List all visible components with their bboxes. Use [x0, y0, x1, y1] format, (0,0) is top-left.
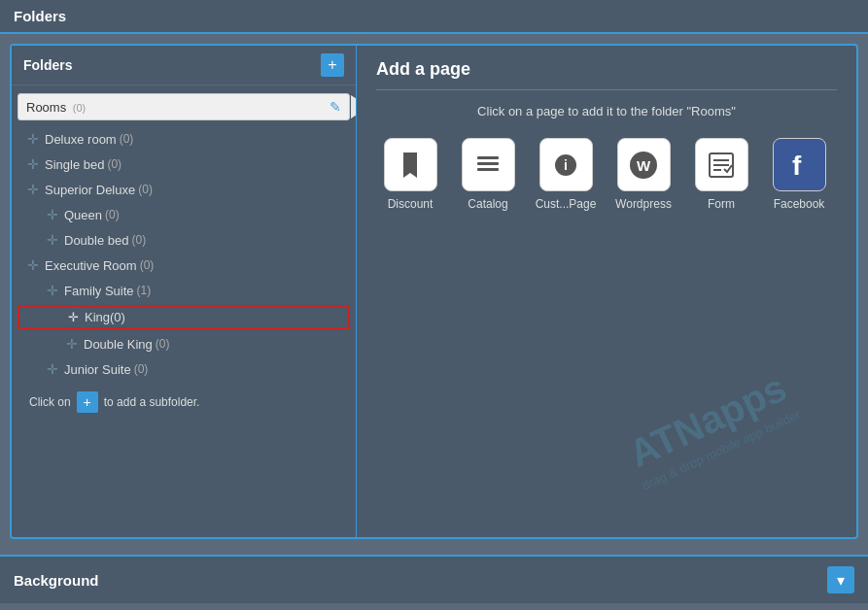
svg-text:W: W	[637, 157, 651, 174]
drag-icon-double-king: ✛	[66, 336, 78, 352]
watermark: ATNapps drag & drop mobile app builder	[620, 364, 803, 492]
drag-icon-king: ✛	[68, 310, 79, 324]
page-icons-row: Discount Catalog	[376, 138, 837, 211]
tree-item-double-bed[interactable]: ✛ Double bed (0)	[17, 227, 350, 253]
drag-icon-deluxe: ✛	[27, 131, 39, 147]
discount-icon-box	[384, 138, 437, 191]
add-subfolder-after: to add a subfolder.	[104, 395, 200, 409]
rooms-root-wrapper: Rooms (0) ✎	[17, 93, 350, 120]
page-icon-form[interactable]: Form	[687, 138, 755, 211]
tree-item-single-bed[interactable]: ✛ Single bed (0)	[17, 152, 350, 177]
drag-icon-double-bed: ✛	[47, 232, 58, 248]
page-click-hint: Click on a page to add it to the folder …	[376, 104, 837, 119]
facebook-icon: f	[784, 149, 814, 182]
facebook-icon-box: f	[773, 138, 826, 191]
rooms-folder-item[interactable]: Rooms (0) ✎	[17, 93, 350, 120]
drag-icon-superior: ✛	[27, 182, 39, 197]
svg-rect-2	[477, 168, 499, 171]
tree-item-superior-deluxe[interactable]: ✛ Superior Deluxe (0)	[17, 177, 350, 202]
form-icon	[707, 151, 736, 180]
page-icon-discount[interactable]: Discount	[376, 138, 444, 211]
form-label: Form	[708, 197, 735, 211]
drag-icon-executive: ✛	[27, 257, 39, 273]
tree-item-double-king[interactable]: ✛ Double King (0)	[17, 331, 350, 356]
custpage-icon: i	[551, 151, 580, 180]
rooms-edit-icon[interactable]: ✎	[330, 99, 341, 115]
watermark-line2: drag & drop mobile app builder	[641, 407, 803, 493]
page-icon-facebook[interactable]: f Facebook	[765, 138, 833, 211]
catalog-label: Catalog	[468, 197, 507, 211]
catalog-icon	[473, 151, 503, 180]
facebook-label: Facebook	[774, 197, 825, 211]
wordpress-icon: W	[627, 149, 660, 182]
bottom-section: Background ▾	[0, 555, 868, 603]
catalog-icon-box	[462, 138, 515, 191]
tree-item-junior-suite[interactable]: ✛ Junior Suite (0)	[17, 356, 350, 382]
page-icon-catalog[interactable]: Catalog	[454, 138, 522, 211]
drag-icon-queen: ✛	[47, 207, 58, 222]
wordpress-label: Wordpress	[615, 197, 672, 211]
wordpress-icon-box: W	[617, 138, 671, 191]
add-subfolder-button[interactable]: +	[77, 391, 98, 413]
background-chevron-button[interactable]: ▾	[827, 566, 854, 593]
add-subfolder-before: Click on	[29, 395, 71, 409]
tree-item-deluxe-room[interactable]: ✛ Deluxe room (0)	[17, 126, 350, 152]
custpage-label: Cust...Page	[536, 197, 597, 211]
drag-icon-junior: ✛	[47, 361, 58, 377]
top-header: Folders	[0, 0, 868, 34]
form-icon-box	[695, 138, 748, 191]
drag-icon-family: ✛	[47, 283, 58, 298]
svg-text:f: f	[792, 151, 802, 181]
rooms-arrow	[351, 95, 356, 119]
main-container: Folders + Rooms (0) ✎	[0, 34, 868, 549]
svg-text:i: i	[564, 157, 568, 173]
folder-sidebar-header: Folders +	[12, 46, 356, 85]
tree-item-king[interactable]: ✛ King (0)	[17, 305, 350, 329]
add-page-title: Add a page	[376, 59, 837, 90]
folders-label: Folders	[23, 57, 73, 73]
svg-rect-0	[477, 156, 499, 159]
add-subfolder-note: Click on + to add a subfolder.	[17, 382, 350, 423]
folders-panel: Folders + Rooms (0) ✎	[10, 44, 858, 539]
tree-item-executive-room[interactable]: ✛ Executive Room (0)	[17, 253, 350, 278]
watermark-line1: ATNapps	[620, 364, 795, 476]
tree-item-family-suite[interactable]: ✛ Family Suite (1)	[17, 278, 350, 303]
page-icon-custpage[interactable]: i Cust...Page	[532, 138, 600, 211]
rooms-label: Rooms (0)	[26, 100, 86, 115]
background-title: Background	[14, 572, 99, 589]
custpage-icon-box: i	[539, 138, 593, 191]
folder-list: Rooms (0) ✎ ✛ Deluxe room (0) ✛	[12, 85, 356, 537]
add-folder-button[interactable]: +	[321, 53, 344, 77]
tree-item-queen[interactable]: ✛ Queen (0)	[17, 202, 350, 227]
drag-icon-single: ✛	[27, 156, 39, 172]
svg-rect-1	[477, 162, 499, 165]
page-icon-wordpress[interactable]: W Wordpress	[609, 138, 677, 211]
page-content: Add a page Click on a page to add it to …	[357, 46, 856, 537]
discount-icon	[396, 151, 425, 180]
folder-sidebar: Folders + Rooms (0) ✎	[12, 46, 357, 537]
top-header-title: Folders	[14, 8, 66, 24]
discount-label: Discount	[388, 197, 434, 211]
